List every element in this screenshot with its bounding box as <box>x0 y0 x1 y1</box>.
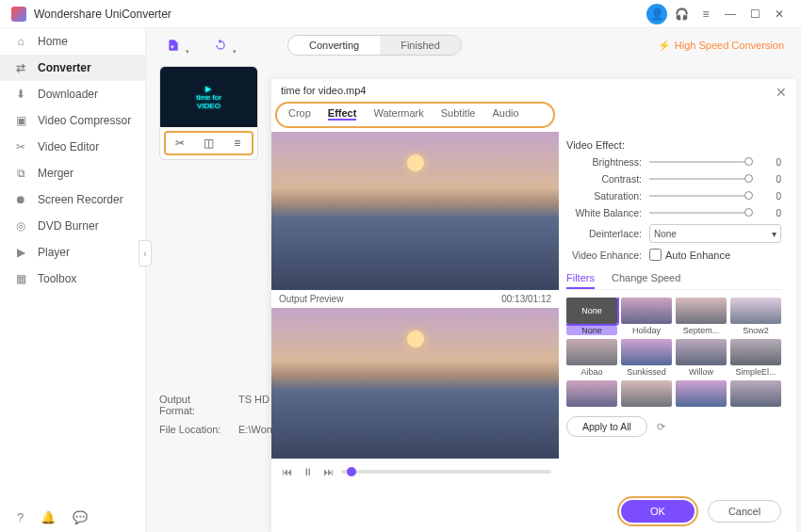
status-segmented: Converting Finished <box>287 35 462 56</box>
brightness-label: Brightness: <box>566 156 642 168</box>
file-card[interactable]: ▶time forVIDEO ✂ ◫ ≡ <box>159 66 258 160</box>
sidebar-item-home[interactable]: ⌂Home <box>0 28 145 55</box>
sidebar-item-label: Merger <box>38 167 74 180</box>
ok-button[interactable]: OK <box>621 500 695 523</box>
next-button[interactable]: ⏭ <box>320 464 335 479</box>
filter-willow[interactable]: Willow <box>676 339 727 377</box>
high-speed-conversion[interactable]: ⚡ High Speed Conversion <box>658 40 784 52</box>
filter-september[interactable]: Septem... <box>676 298 727 335</box>
app-title: Wondershare UniConverter <box>34 8 172 21</box>
tab-subtitle[interactable]: Subtitle <box>441 107 476 121</box>
download-icon: ⬇ <box>13 87 28 102</box>
filter-item[interactable] <box>730 380 781 409</box>
menu-icon[interactable]: ≡ <box>695 4 716 24</box>
auto-enhance-checkbox[interactable] <box>649 249 662 261</box>
sidebar-item-downloader[interactable]: ⬇Downloader <box>0 81 145 107</box>
add-folder-button[interactable] <box>210 35 231 56</box>
trim-icon[interactable]: ✂ <box>166 133 194 153</box>
sidebar-item-merger[interactable]: ⧉Merger <box>0 160 145 186</box>
sidebar-item-video-compressor[interactable]: ▣Video Compressor <box>0 107 145 134</box>
subtab-change-speed[interactable]: Change Speed <box>612 272 680 289</box>
avatar-icon[interactable]: 👤 <box>646 4 667 24</box>
sidebar-item-converter[interactable]: ⇄Converter <box>0 55 145 81</box>
refresh-plus-icon <box>214 39 227 52</box>
video-effect-heading: Video Effect: <box>566 139 781 151</box>
deinterlace-label: Deinterlace: <box>566 228 642 239</box>
filter-snow2[interactable]: Snow2 <box>730 298 781 335</box>
filters-grid: NoneNone Holiday Septem... Snow2 Aibao S… <box>566 298 781 409</box>
maximize-button[interactable]: ☐ <box>744 4 765 24</box>
chevron-down-icon: ▾ <box>772 229 776 239</box>
white-balance-value: 0 <box>762 208 781 218</box>
converter-icon: ⇄ <box>13 60 28 75</box>
deinterlace-dropdown[interactable]: None▾ <box>649 224 781 243</box>
play-icon: ▶ <box>13 245 28 260</box>
sidebar-item-label: Video Compressor <box>38 114 131 127</box>
filter-item[interactable] <box>621 380 672 409</box>
app-logo <box>11 7 26 22</box>
saturation-slider[interactable] <box>649 195 753 197</box>
contrast-value: 0 <box>762 174 781 185</box>
sidebar-item-player[interactable]: ▶Player <box>0 239 145 266</box>
sidebar-item-label: Converter <box>38 61 91 74</box>
filter-none[interactable]: NoneNone <box>566 298 617 335</box>
grid-icon: ▦ <box>13 271 28 286</box>
chat-icon[interactable]: 💬 <box>73 510 88 524</box>
filter-aibao[interactable]: Aibao <box>566 339 617 377</box>
segment-finished[interactable]: Finished <box>380 36 461 55</box>
white-balance-slider[interactable] <box>649 212 753 214</box>
file-plus-icon <box>167 39 180 52</box>
filter-sunkissed[interactable]: Sunkissed <box>621 339 672 377</box>
saturation-value: 0 <box>762 191 781 202</box>
record-icon: ⏺ <box>13 192 28 207</box>
sidebar-item-toolbox[interactable]: ▦Toolbox <box>0 266 145 292</box>
sidebar-item-dvd-burner[interactable]: ◎DVD Burner <box>0 213 145 239</box>
tab-crop[interactable]: Crop <box>288 107 311 121</box>
tab-effect[interactable]: Effect <box>328 107 357 121</box>
output-format-label: Output Format: <box>159 394 227 416</box>
segment-converting[interactable]: Converting <box>288 36 380 55</box>
filter-simpleel[interactable]: SimpleEl... <box>730 339 781 377</box>
pause-button[interactable]: ⏸ <box>300 464 315 479</box>
sidebar-collapse-button[interactable]: ‹ <box>139 240 152 266</box>
auto-enhance-label: Auto Enhance <box>665 250 730 261</box>
close-button[interactable]: ✕ <box>769 4 790 24</box>
saturation-label: Saturation: <box>566 190 642 202</box>
cancel-button[interactable]: Cancel <box>708 500 781 523</box>
preview-original <box>271 132 559 290</box>
contrast-label: Contrast: <box>566 173 642 185</box>
filter-item[interactable] <box>566 380 617 409</box>
sidebar-item-label: Screen Recorder <box>38 193 123 206</box>
help-icon[interactable]: ? <box>17 510 24 524</box>
subtab-filters[interactable]: Filters <box>566 272 595 289</box>
sidebar-item-screen-recorder[interactable]: ⏺Screen Recorder <box>0 186 145 213</box>
dvd-icon: ◎ <box>13 218 28 234</box>
sidebar-item-label: DVD Burner <box>38 219 99 233</box>
video-enhance-label: Video Enhance: <box>566 250 642 261</box>
bell-icon[interactable]: 🔔 <box>41 510 56 524</box>
scissors-icon: ✂ <box>13 139 28 154</box>
preview-label: Output Preview <box>279 294 343 304</box>
effect-editor-modal: ✕ time for video.mp4 Crop Effect Waterma… <box>271 79 796 532</box>
sidebar-item-video-editor[interactable]: ✂Video Editor <box>0 134 145 160</box>
reset-icon[interactable]: ⟳ <box>657 421 665 433</box>
sidebar-item-label: Home <box>38 35 68 48</box>
file-thumbnail: ▶time forVIDEO <box>160 67 257 127</box>
apply-all-button[interactable]: Apply to All <box>566 416 647 437</box>
close-icon[interactable]: ✕ <box>776 85 787 100</box>
seek-slider[interactable] <box>341 470 551 474</box>
tab-watermark[interactable]: Watermark <box>373 107 423 121</box>
minimize-button[interactable]: — <box>720 4 741 24</box>
headset-icon[interactable]: 🎧 <box>671 4 692 24</box>
filter-holiday[interactable]: Holiday <box>621 298 672 335</box>
more-icon[interactable]: ≡ <box>223 133 252 153</box>
prev-button[interactable]: ⏮ <box>279 464 294 479</box>
preview-output <box>271 308 559 459</box>
add-file-button[interactable] <box>163 35 184 56</box>
brightness-slider[interactable] <box>649 161 753 163</box>
compress-icon: ▣ <box>13 113 28 128</box>
contrast-slider[interactable] <box>649 178 753 180</box>
crop-icon[interactable]: ◫ <box>194 133 222 153</box>
tab-audio[interactable]: Audio <box>492 107 518 121</box>
filter-item[interactable] <box>676 380 727 409</box>
